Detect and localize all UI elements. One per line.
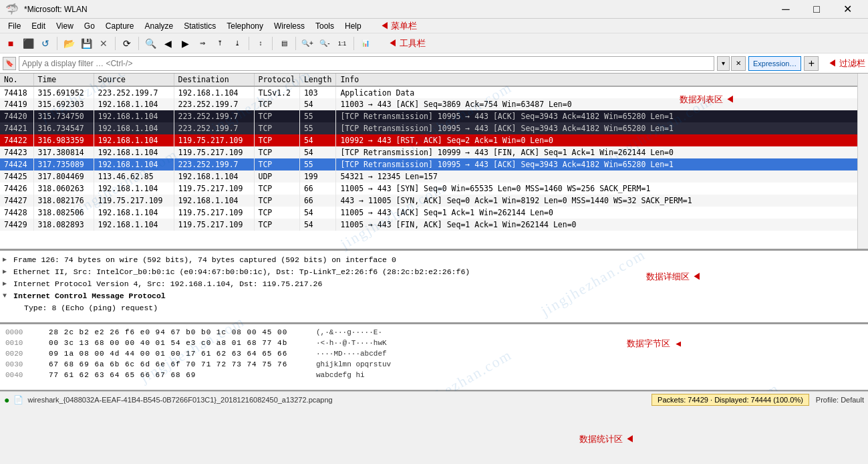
find-pkt-btn[interactable]: 🔍 xyxy=(142,35,158,51)
filter-input[interactable] xyxy=(19,56,714,71)
detail-row[interactable]: ▼Internet Control Message Protocol xyxy=(0,289,868,302)
cell-0: 74424 xyxy=(0,158,33,170)
menu-item-go[interactable]: Go xyxy=(79,19,100,33)
restart-capture-btn[interactable]: ↺ xyxy=(37,35,53,51)
table-row[interactable]: 74423317.380814192.168.1.104119.75.217.1… xyxy=(0,146,868,158)
cell-6: Application Data xyxy=(336,86,868,98)
cell-1: 317.380814 xyxy=(33,146,94,158)
top-btn[interactable]: ⤒ xyxy=(212,35,228,51)
menu-item-capture[interactable]: Capture xyxy=(100,19,140,33)
detail-panel: 数据详细区 ◀ ▶Frame 126: 74 bytes on wire (59… xyxy=(0,251,868,324)
maximize-btn[interactable]: □ xyxy=(801,0,832,19)
cell-1: 318.082893 xyxy=(33,219,94,231)
table-row[interactable]: 74426318.060263192.168.1.104119.75.217.1… xyxy=(0,183,868,195)
close-file-btn[interactable]: ✕ xyxy=(96,35,112,51)
cell-3: 223.252.199.7 xyxy=(174,98,254,110)
detail-row[interactable]: ▶Frame 126: 74 bytes on wire (592 bits),… xyxy=(0,253,868,265)
graph-btn[interactable]: 📊 xyxy=(357,35,374,51)
cell-3: 119.75.217.109 xyxy=(174,183,254,195)
hex-bytes: 28 2c b2 e2 26 f6 e0 94 67 b0 b0 1c 08 0… xyxy=(49,328,303,336)
packet-table-header: No. Time Source Destination Protocol Len… xyxy=(0,74,868,86)
hex-row: 000028 2c b2 e2 26 f6 e0 94 67 b0 b0 1c … xyxy=(5,327,863,338)
cell-0: 74429 xyxy=(0,219,33,231)
menu-item-analyze[interactable]: Analyze xyxy=(140,19,179,33)
menu-item-view[interactable]: View xyxy=(51,19,79,33)
cell-6: 11005 → 443 [SYN] Seq=0 Win=65535 Len=0 … xyxy=(336,183,868,195)
sep3 xyxy=(138,37,139,50)
menu-item-file[interactable]: File xyxy=(3,19,26,33)
col-no: No. xyxy=(0,74,33,86)
hex-ascii: (,·&···g·····E· xyxy=(316,328,382,336)
cell-3: 119.75.217.109 xyxy=(174,134,254,146)
table-row[interactable]: 74419315.692303192.168.1.104223.252.199.… xyxy=(0,98,868,110)
menu-item-statistics[interactable]: Statistics xyxy=(178,19,221,33)
close-btn[interactable]: ✕ xyxy=(832,0,863,19)
menu-item-wireless[interactable]: Wireless xyxy=(269,19,310,33)
table-row[interactable]: 74418315.691952223.252.199.7192.168.1.10… xyxy=(0,86,868,98)
table-row[interactable]: 74429318.082893192.168.1.104119.75.217.1… xyxy=(0,219,868,231)
start-capture-btn[interactable]: ■ xyxy=(3,35,19,51)
back-btn[interactable]: ◀ xyxy=(160,35,176,51)
detail-row[interactable]: Type: 8 (Echo (ping) request) xyxy=(0,302,868,314)
filter-icon-btn[interactable]: 🔖 xyxy=(3,57,16,70)
table-row[interactable]: 74421316.734547192.168.1.104223.252.199.… xyxy=(0,122,868,134)
table-row[interactable]: 74420315.734750192.168.1.104223.252.199.… xyxy=(0,110,868,122)
table-row[interactable]: 74422316.983359192.168.1.104119.75.217.1… xyxy=(0,134,868,146)
menu-item-telephony[interactable]: Telephony xyxy=(221,19,269,33)
cell-4: TCP xyxy=(254,146,299,158)
detail-row[interactable]: ▶Ethernet II, Src: IntelCor_b0:b0:1c (e0… xyxy=(0,265,868,277)
table-row[interactable]: 74425317.804469113.46.62.85192.168.1.104… xyxy=(0,170,868,183)
zoom-normal-btn[interactable]: 1:1 xyxy=(334,35,350,51)
hex-offset: 0040 xyxy=(5,371,35,379)
status-file: wireshark_{0488032A-EEAF-41B4-B545-0B726… xyxy=(27,396,332,404)
filter-clear-btn[interactable]: ✕ xyxy=(731,56,746,71)
stop-capture-btn[interactable]: ⬛ xyxy=(20,35,36,51)
add-filter-btn[interactable]: + xyxy=(804,56,819,71)
detail-row[interactable]: ▶Internet Protocol Version 4, Src: 192.1… xyxy=(0,277,868,289)
goto-btn[interactable]: ⇒ xyxy=(194,35,210,51)
minimize-btn[interactable]: ─ xyxy=(770,0,801,19)
save-file-btn[interactable]: 💾 xyxy=(78,35,94,51)
cell-2: 192.168.1.104 xyxy=(94,134,174,146)
fwd-btn[interactable]: ▶ xyxy=(177,35,193,51)
app-icon: 🦈 xyxy=(5,3,19,15)
cell-2: 192.168.1.104 xyxy=(94,146,174,158)
menu-item-help[interactable]: Help xyxy=(339,19,367,33)
packet-table: No. Time Source Destination Protocol Len… xyxy=(0,74,868,231)
cell-2: 113.46.62.85 xyxy=(94,170,174,183)
colorize-btn[interactable]: ▤ xyxy=(276,35,292,51)
cell-1: 317.804469 xyxy=(33,170,94,183)
cell-2: 192.168.1.104 xyxy=(94,98,174,110)
cell-6: 11005 → 443 [ACK] Seq=1 Ack=1 Win=262144… xyxy=(336,207,868,219)
hex-offset: 0020 xyxy=(5,350,35,358)
zoomin-btn[interactable]: 🔍+ xyxy=(299,35,315,51)
title-bar: 🦈 *Microsoft: WLAN ─ □ ✕ xyxy=(0,0,868,19)
cell-0: 74428 xyxy=(0,207,33,219)
cell-0: 74418 xyxy=(0,86,33,98)
cell-2: 192.168.1.104 xyxy=(94,158,174,170)
table-row[interactable]: 74427318.082176119.75.217.109192.168.1.1… xyxy=(0,195,868,207)
table-row[interactable]: 74424317.735089192.168.1.104223.252.199.… xyxy=(0,158,868,170)
cell-3: 223.252.199.7 xyxy=(174,110,254,122)
autoscroll-btn[interactable]: ↕ xyxy=(253,35,269,51)
cell-1: 318.082176 xyxy=(33,195,94,207)
zoomout-btn[interactable]: 🔍- xyxy=(317,35,333,51)
table-row[interactable]: 74428318.082506192.168.1.104119.75.217.1… xyxy=(0,207,868,219)
cell-0: 74423 xyxy=(0,146,33,158)
cell-2: 192.168.1.104 xyxy=(94,183,174,195)
cell-5: 54 xyxy=(299,146,336,158)
cell-4: TCP xyxy=(254,183,299,195)
reload-btn[interactable]: ⟳ xyxy=(119,35,135,51)
cell-0: 74422 xyxy=(0,134,33,146)
open-file-btn[interactable]: 📂 xyxy=(61,35,77,51)
hex-row: 004077 61 62 63 64 65 66 67 68 69wabcdef… xyxy=(5,370,863,380)
detail-text: Frame 126: 74 bytes on wire (592 bits), … xyxy=(13,255,396,264)
cell-1: 315.691952 xyxy=(33,86,94,98)
hex-bytes: 00 3c 13 68 00 00 40 01 54 e3 c0 a8 01 6… xyxy=(49,339,303,347)
filter-arrow-btn[interactable]: ▾ xyxy=(717,56,730,71)
expression-btn[interactable]: Expression… xyxy=(748,56,801,71)
menu-item-tools[interactable]: Tools xyxy=(310,19,339,33)
cell-4: TLSv1.2 xyxy=(254,86,299,98)
bottom-btn[interactable]: ⤓ xyxy=(229,35,245,51)
menu-item-edit[interactable]: Edit xyxy=(26,19,51,33)
